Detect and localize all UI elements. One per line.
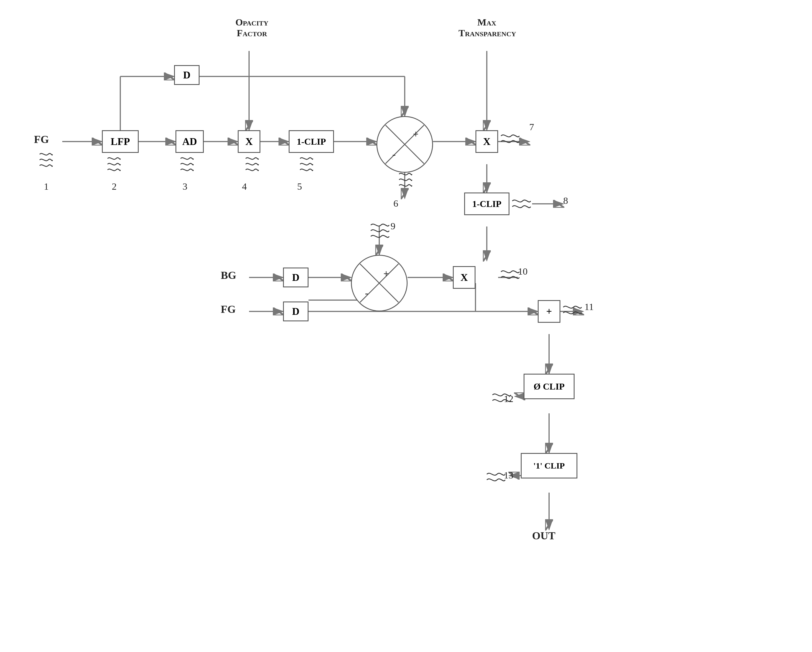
arrows-overlay <box>0 0 812 652</box>
label-OUT: OUT <box>532 530 555 542</box>
label-D-fg: D <box>292 305 299 318</box>
squiggle-9 <box>368 221 391 243</box>
svg-text:+: + <box>413 129 418 140</box>
num-3: 3 <box>183 181 187 192</box>
label-D-top: D <box>183 69 191 81</box>
box-D-top: D <box>174 65 200 85</box>
label-FG-top: FG <box>34 133 49 145</box>
box-plus: + <box>538 300 560 323</box>
num-1: 1 <box>44 181 49 192</box>
label-plus: + <box>546 305 552 318</box>
squiggle-13 <box>484 469 507 486</box>
num-6: 6 <box>394 198 398 209</box>
num-9: 9 <box>391 221 395 232</box>
num-4: 4 <box>242 181 247 192</box>
svg-text:+: + <box>383 269 389 279</box>
squiggle-7 <box>498 130 521 147</box>
squiggle-11 <box>560 301 583 319</box>
num-11: 11 <box>585 301 594 312</box>
svg-text:-: - <box>365 288 368 299</box>
circle-node-2: + - <box>351 255 408 311</box>
squiggle-5 <box>297 154 314 177</box>
label-max-transparency: MaxTransparency <box>458 17 515 38</box>
label-LFP: LFP <box>111 136 130 148</box>
label-X-mid: X <box>483 136 490 148</box>
num-7: 7 <box>529 122 534 133</box>
label-D-bg: D <box>292 272 299 283</box>
box-X-lower: X <box>453 266 475 289</box>
label-BG: BG <box>221 269 236 281</box>
label-opacity-factor: OpacityFactor <box>229 17 275 38</box>
box-D-fg: D <box>283 301 308 321</box>
squiggle-3 <box>178 154 195 177</box>
label-1qclip: '1' CLIP <box>534 461 565 470</box>
box-X-mid: X <box>475 130 498 153</box>
box-D-bg: D <box>283 267 308 287</box>
label-1clip-top: 1-CLIP <box>297 136 326 147</box>
box-1qclip: '1' CLIP <box>521 453 577 478</box>
label-X-top: X <box>246 136 253 148</box>
circle-svg-2: + - <box>352 255 407 311</box>
squiggle-8 <box>510 195 532 212</box>
svg-text:-: - <box>392 149 396 160</box>
label-1clip-mid: 1-CLIP <box>472 199 501 209</box>
circle-node-1: + - <box>376 116 433 173</box>
box-1clip-top: 1-CLIP <box>289 130 334 153</box>
squiggle-6 <box>396 170 413 192</box>
label-AD: AD <box>182 136 197 148</box>
box-0clip: Ø CLIP <box>524 374 575 399</box>
label-X-lower: X <box>461 272 468 283</box>
box-X-top: X <box>238 130 260 153</box>
squiggle-1 <box>37 150 54 173</box>
squiggle-12 <box>490 389 512 406</box>
num-8: 8 <box>563 195 568 206</box>
num-5: 5 <box>297 181 302 192</box>
box-1clip-mid: 1-CLIP <box>464 192 510 215</box>
squiggle-4 <box>243 154 260 177</box>
box-AD: AD <box>176 130 204 153</box>
diagram: D LFP AD X 1-CLIP X 1-CLIP X D D + Ø CLI… <box>0 0 812 652</box>
label-FG-bottom: FG <box>221 303 236 315</box>
squiggle-10 <box>498 266 521 283</box>
box-LFP: LFP <box>102 130 139 153</box>
num-2: 2 <box>112 181 117 192</box>
circle-svg-1: + - <box>377 116 432 173</box>
label-0clip: Ø CLIP <box>534 381 564 392</box>
squiggle-2 <box>105 154 122 177</box>
